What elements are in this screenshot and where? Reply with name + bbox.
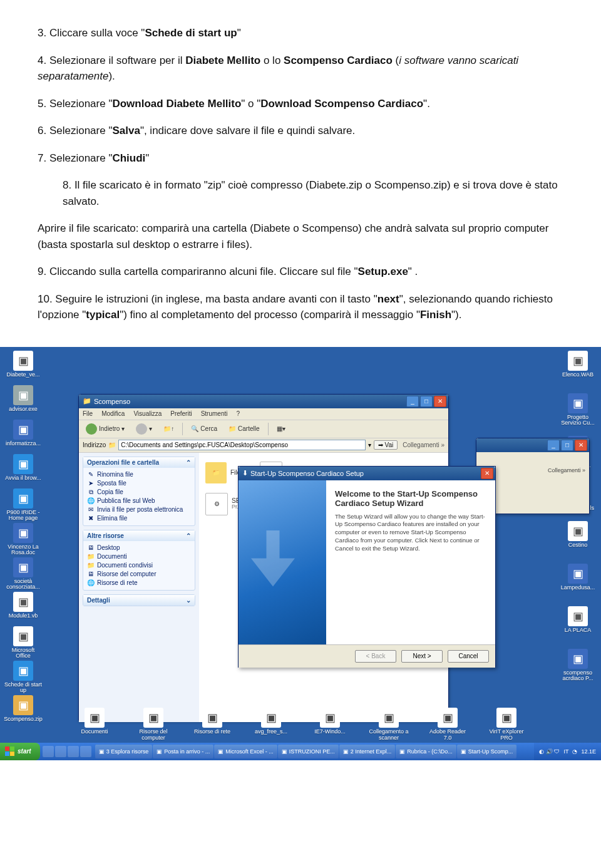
search-button[interactable]: 🔍 Cerca: [188, 424, 220, 433]
minimize-button[interactable]: _: [406, 396, 419, 407]
svg-rect-3: [10, 752, 14, 756]
maximize-button[interactable]: □: [420, 396, 433, 407]
screenshot-desktop: ▣Diabete_ve...▣advisor.exe▣informatizza.…: [0, 347, 601, 760]
taskbar-task[interactable]: ▣2 Internet Expl...: [339, 745, 396, 758]
titlebar[interactable]: 📁 Scompenso _ □ ✕: [79, 395, 448, 408]
task-link[interactable]: 🖥Risorse del computer: [87, 570, 191, 579]
folders-button[interactable]: 📁 Cartelle: [225, 424, 262, 433]
menubar[interactable]: FileModificaVisualizzaPreferitiStrumenti…: [79, 408, 448, 420]
language-indicator[interactable]: IT: [563, 748, 568, 755]
taskbar-task[interactable]: ▣3 Esplora risorse: [95, 745, 153, 758]
system-tray[interactable]: ◐ 🔊 🛡 IT ◔ 12.1E: [534, 743, 601, 760]
svg-rect-0: [5, 747, 9, 751]
taskbar-task[interactable]: ▣Rubrica - (C:\Do...: [396, 745, 456, 758]
task-link[interactable]: 🌐Pubblica file sul Web: [87, 497, 191, 505]
go-button[interactable]: ➡ Vai: [374, 440, 398, 450]
desktop-icon[interactable]: ▣scompenso acrdiaco P...: [558, 649, 597, 683]
svg-rect-2: [5, 752, 9, 756]
desktop-icon[interactable]: ▣Diabete_ve...: [4, 351, 43, 378]
expand-icon[interactable]: ⌄: [186, 597, 191, 604]
collapse-icon[interactable]: ⌃: [186, 459, 191, 466]
desktop-icon[interactable]: ▣società consorziata...: [4, 557, 43, 591]
desktop-icon[interactable]: ▣Elenco.WAB: [558, 351, 597, 378]
taskbar-task[interactable]: ▣Posta in arrivo - ...: [153, 745, 213, 758]
maximize-button[interactable]: □: [561, 440, 573, 451]
desktop-icon[interactable]: ▣P900 IRIDE - Home page: [4, 488, 43, 522]
setup-wizard-dialog[interactable]: ⬇ Start-Up Scompenso Cardiaco Setup ✕ We…: [238, 466, 496, 668]
desktop-icon[interactable]: ▣Schede di start up: [4, 661, 43, 695]
desktop-shortcut[interactable]: ▣Documenti: [73, 708, 116, 741]
views-button[interactable]: ▦▾: [274, 424, 289, 433]
desktop-shortcut[interactable]: ▣IE7-Windo...: [308, 708, 352, 741]
address-input[interactable]: [118, 440, 366, 450]
menu-item[interactable]: Visualizza: [133, 410, 162, 417]
task-link[interactable]: ✎Rinomina file: [87, 470, 191, 479]
window-title: Scompenso: [94, 398, 406, 405]
task-link[interactable]: 🌐Risorse di rete: [87, 579, 191, 587]
desktop-icon[interactable]: ▣advisor.exe: [4, 385, 43, 413]
desktop-shortcut[interactable]: ▣Risorse di rete: [190, 708, 234, 741]
start-button[interactable]: start: [0, 743, 40, 760]
desktop-shortcut[interactable]: ▣VirIT eXplorer PRO: [485, 708, 528, 741]
wizard-text: The Setup Wizard will allow you to chang…: [335, 513, 486, 553]
desktop-shortcut[interactable]: ▣Adobe Reader 7.0: [426, 708, 470, 741]
task-link[interactable]: ✉Invia il file per posta elettronica: [87, 505, 191, 514]
dialog-titlebar[interactable]: ⬇ Start-Up Scompenso Cardiaco Setup ✕: [239, 467, 495, 480]
desktop-icon[interactable]: ▣Microsoft Office: [4, 626, 43, 660]
desktop-icon[interactable]: ▣Progetto Servizio Cu...: [558, 393, 597, 427]
taskbar-task[interactable]: ▣Microsoft Excel - ...: [214, 745, 277, 758]
wizard-sidebar-graphic: [239, 480, 326, 644]
task-link[interactable]: ⧉Copia file: [87, 488, 191, 497]
close-button[interactable]: ✕: [575, 440, 587, 451]
menu-item[interactable]: Strumenti: [201, 410, 228, 417]
task-link[interactable]: 📁Documenti condivisi: [87, 561, 191, 570]
close-button[interactable]: ✕: [434, 396, 446, 407]
collapse-icon[interactable]: ⌃: [186, 532, 191, 539]
menu-item[interactable]: File: [83, 410, 93, 417]
svg-rect-1: [10, 747, 14, 751]
clock: 12.1E: [581, 748, 596, 755]
next-button[interactable]: Next >: [401, 650, 443, 663]
back-button[interactable]: Indietro ▾: [83, 422, 128, 436]
desktop-icon[interactable]: ▣LA PLACA: [558, 606, 597, 634]
windows-logo-icon: [5, 747, 15, 757]
taskbar[interactable]: start ▣3 Esplora risorse▣Posta in arrivo…: [0, 743, 601, 760]
menu-item[interactable]: ?: [236, 410, 240, 417]
desktop-icon[interactable]: ▣Vincenzo La Rosa.doc: [4, 523, 43, 557]
desktop-icon[interactable]: ▣Lampedusa...: [558, 564, 597, 591]
minimize-button[interactable]: _: [547, 440, 560, 451]
desktop-icon[interactable]: ▣Cestino: [558, 521, 597, 549]
panel-file-ops: Operazioni file e cartella⌃ ✎Rinomina fi…: [83, 457, 195, 526]
up-button[interactable]: 📁↑: [160, 424, 177, 433]
taskbar-task[interactable]: ▣ISTRUZIONI PE...: [278, 745, 339, 758]
task-link[interactable]: 🖥Desktop: [87, 544, 191, 552]
menu-item[interactable]: Preferiti: [170, 410, 192, 417]
task-link[interactable]: ✖Elimina file: [87, 514, 191, 523]
tasks-pane: Operazioni file e cartella⌃ ✎Rinomina fi…: [79, 453, 199, 722]
instructions-text: 3. Cliccare sulla voce "Schede di start …: [0, 0, 601, 347]
desktop-icon[interactable]: ▣Module1.vb: [4, 592, 43, 619]
forward-button[interactable]: ▾: [133, 422, 155, 436]
menu-item[interactable]: Modifica: [101, 410, 125, 417]
back-button: < Back: [355, 650, 396, 663]
quicklaunch-bar[interactable]: [40, 746, 94, 757]
desktop-icon[interactable]: ▣Avvia il brow...: [4, 454, 43, 482]
taskbar-task[interactable]: ▣Start-Up Scomp...: [457, 745, 517, 758]
desktop-shortcut[interactable]: ▣Risorse del computer: [131, 708, 175, 741]
address-bar: Indirizzo 📁 ▾ ➡ Vai Collegamenti »: [79, 438, 448, 453]
close-button[interactable]: ✕: [481, 468, 493, 479]
desktop-shortcut[interactable]: ▣Collegamento a scanner: [367, 708, 411, 741]
cancel-button[interactable]: Cancel: [448, 650, 489, 663]
desktop-shortcut[interactable]: ▣avg_free_s...: [249, 708, 293, 741]
desktop-icon[interactable]: ▣informatizza...: [4, 420, 43, 447]
panel-other: Altre risorse⌃ 🖥Desktop📁Documenti📁Docume…: [83, 530, 195, 591]
task-link[interactable]: 📁Documenti: [87, 552, 191, 561]
task-link[interactable]: ➤Sposta file: [87, 479, 191, 488]
panel-details: Dettagli⌄: [83, 594, 195, 606]
toolbar: Indietro ▾ ▾ 📁↑ 🔍 Cerca 📁 Cartelle ▦▾: [79, 420, 448, 438]
wizard-heading: Welcome to the Start-Up Scompenso Cardia…: [335, 489, 486, 508]
desktop-icon[interactable]: ▣Scompenso.zip: [4, 695, 43, 723]
